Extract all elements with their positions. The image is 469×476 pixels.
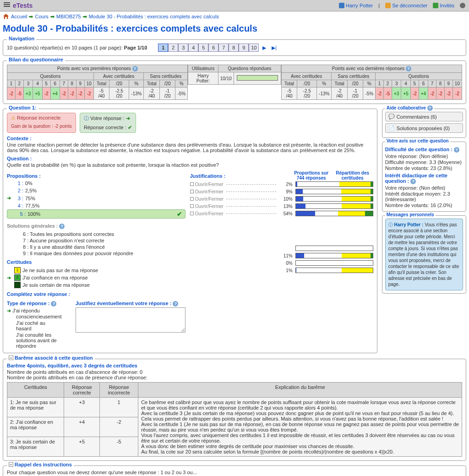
stacked-bar <box>295 253 373 258</box>
user-link[interactable]: Harry Potter <box>339 3 373 8</box>
menu-icon[interactable] <box>4 2 10 9</box>
stats-hdr2: Répartition des certitudes <box>332 170 373 181</box>
page-10[interactable]: 10 <box>249 44 259 52</box>
comment-icon: 💬 <box>388 114 395 120</box>
sol-row[interactable]: 6 : Toutes les propositions sont correct… <box>7 231 185 237</box>
collapse-icon[interactable]: − <box>9 356 13 360</box>
square-icon <box>190 182 194 186</box>
help-icon[interactable]: ? <box>51 301 56 306</box>
justify-textarea[interactable] <box>76 307 185 333</box>
type-row[interactable]: J'ai consulté les solutions avant de rép… <box>7 332 62 349</box>
msg-body: Vous n'êtes pas encore associé à une sec… <box>388 222 459 287</box>
prop-4[interactable]: 4 :77,5% <box>7 202 185 209</box>
square-icon <box>190 197 194 201</box>
page-2[interactable]: 2 <box>168 44 178 52</box>
sol-row[interactable]: 9 : Il manque des données pour pouvoir r… <box>7 250 185 257</box>
home-icon[interactable] <box>3 13 9 20</box>
comments-button[interactable]: 💬Commentaires (6) <box>385 112 463 121</box>
question-text: Quelle est la probabilité (en %) que la … <box>7 162 373 168</box>
sol-row[interactable]: 7 : Aucune proposition n'est correcte <box>7 237 185 244</box>
type-row[interactable]: J'ai répondu consciencieusement <box>7 307 62 320</box>
stacked-bar <box>295 196 373 202</box>
page-7[interactable]: 7 <box>218 44 229 52</box>
prop-1[interactable]: 1 :0% <box>7 180 185 187</box>
cert-row[interactable]: ➜2J'ai confiance en ma réponse <box>7 274 185 281</box>
instructions-fieldset: − Rappel des instructions Pour chaque qu… <box>3 465 466 476</box>
toggle-just[interactable]: Ouvrir/Fermer <box>190 197 224 202</box>
score-mid: UtilisateursQuestions répondues Harry Po… <box>188 65 281 85</box>
help-icon[interactable]: ? <box>427 105 433 111</box>
help-icon[interactable]: ? <box>173 301 178 306</box>
bc-1[interactable]: Cours <box>35 14 48 19</box>
justify-title: Justifiez éventuellement votre réponse :… <box>76 301 185 306</box>
bc-2[interactable]: MBIOB275 <box>56 14 81 19</box>
msg-legend: Messages personnels <box>385 212 436 217</box>
nav-fieldset: Navigation 10 question(s) répartie(s) en… <box>3 39 466 56</box>
logout-label[interactable]: Se déconnecter <box>392 3 427 8</box>
just-row: Ouvrir/Fermer54% <box>190 210 373 217</box>
bilan-legend: Bilan du questionnaire <box>7 57 65 62</box>
bc-0[interactable]: Accueil <box>11 14 27 19</box>
page-5[interactable]: 5 <box>198 44 208 52</box>
bareme-fieldset: − Barême associé à cette question Barême… <box>3 359 466 461</box>
diff-your: Votre réponse: (Non définie) <box>385 153 463 159</box>
warning-icon: ⚠ <box>11 115 16 120</box>
stats-hdr1: Proportions sur 744 réponses <box>291 170 332 181</box>
prop-3[interactable]: ➜3 :75% <box>7 194 185 202</box>
prop-2[interactable]: 2 :2,5% <box>7 187 185 194</box>
guests-link[interactable]: Invités <box>433 3 454 8</box>
solutions-button[interactable]: 📄Solutions proposées (0) <box>385 123 463 133</box>
page-8[interactable]: 8 <box>229 44 239 52</box>
page-1[interactable]: 1 <box>158 44 168 52</box>
toggle-just[interactable]: Ouvrir/Fermer <box>190 204 224 209</box>
app-title: eTests <box>4 2 33 9</box>
score-last: Points avec vos dernières réponses ? Ave… <box>281 65 462 100</box>
cert-row[interactable]: 3Je suis certain de ma réponse <box>7 281 185 289</box>
page-4[interactable]: 4 <box>188 44 198 52</box>
pager: 10 question(s) répartie(s) en 10 pages (… <box>7 44 462 52</box>
bc-3[interactable]: Module 30 - Probabilités : exercices com… <box>89 14 219 19</box>
page-9[interactable]: 9 <box>239 44 249 52</box>
diff-n: Nombre de votants: 23 (2.8%) <box>385 165 463 171</box>
help-icon[interactable]: ? <box>410 179 416 184</box>
guests-label[interactable]: Invités <box>440 3 454 8</box>
collapse-icon[interactable]: − <box>9 462 13 467</box>
bareme-abs: Nombre de points attribués en cas d'absc… <box>7 369 462 375</box>
square-icon <box>190 204 194 208</box>
stacked-bar <box>295 203 373 209</box>
cert-row[interactable]: 1Je ne suis pas sur de ma réponse <box>7 267 185 274</box>
avis-box: Votre avis sur cette question Difficulté… <box>382 142 466 212</box>
help-icon[interactable]: ? <box>132 66 138 71</box>
doc-icon: 📄 <box>388 125 395 131</box>
arrow-icon: ➡ <box>83 14 87 20</box>
square-icon <box>190 190 194 193</box>
type-row[interactable]: J'ai coché au hasard <box>7 320 62 332</box>
int-avg: Intérêt didactique moyen: 2.3 (Intéressa… <box>385 191 463 202</box>
pager-next[interactable]: ▶ <box>261 45 268 51</box>
toggle-just[interactable]: Ouvrir/Fermer <box>190 182 224 187</box>
pager-info-text: 10 question(s) répartie(s) en 10 pages (… <box>7 45 124 50</box>
pager-page: Page 1/10 <box>124 45 147 50</box>
stacked-bar <box>295 246 373 251</box>
logout-link[interactable]: Se déconnecter <box>385 3 427 8</box>
context-title: Contexte : <box>7 136 373 141</box>
collab-box: Aide collaborative ? 💬Commentaires (6) 📄… <box>382 109 466 138</box>
toggle-just[interactable]: Ouvrir/Fermer <box>190 189 224 194</box>
user-label[interactable]: Harry Potter <box>346 3 373 8</box>
prop-5[interactable]: 5 :100% <box>7 209 185 219</box>
just-title: Justifications : <box>190 173 291 180</box>
help-icon[interactable]: ? <box>59 224 65 229</box>
diff-title: Difficulté de cette question : ? <box>385 147 463 153</box>
toggle-just[interactable]: Ouvrir/Fermer <box>190 211 224 216</box>
sol-row[interactable]: 8 : Il y a une absurdité dans l'énoncé <box>7 244 185 250</box>
guest-icon <box>433 3 438 8</box>
page-3[interactable]: 3 <box>178 44 188 52</box>
flash-incorrect: ⚠ Réponse incorrecte Gain de la question… <box>7 113 76 133</box>
help-icon[interactable]: ? <box>454 147 459 153</box>
pager-last[interactable]: ▶| <box>270 45 278 51</box>
info-icon[interactable] <box>460 3 465 8</box>
page-6[interactable]: 6 <box>208 44 218 52</box>
page-title: Module 30 - Probabilités : exercices com… <box>0 22 469 38</box>
help-icon[interactable]: ? <box>406 66 411 71</box>
user-icon <box>339 3 344 8</box>
